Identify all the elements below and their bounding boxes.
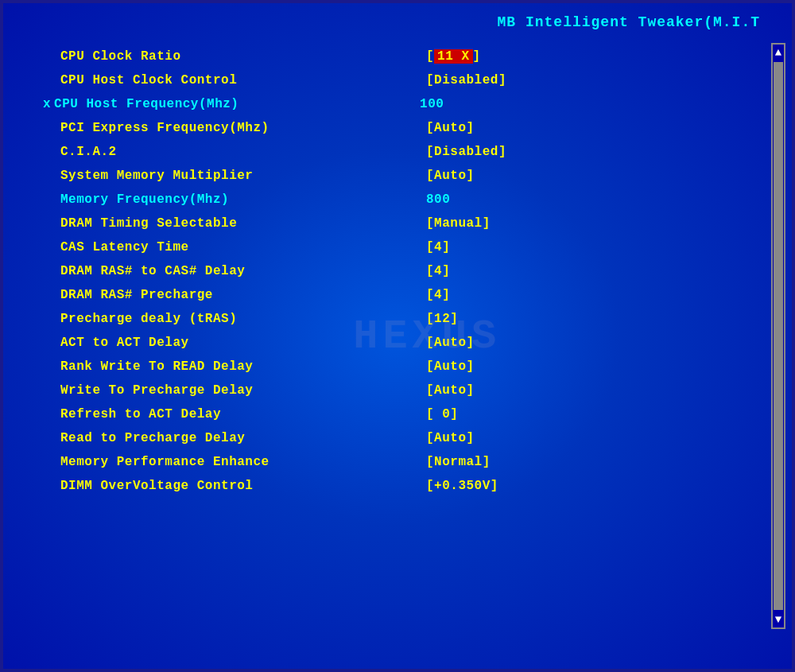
scrollbar[interactable]: ▲ ▼ <box>771 43 785 629</box>
bios-label-cpu-host-frequency: CPU Host Frequency(Mhz) <box>54 97 420 111</box>
bios-row-memory-frequency[interactable]: Memory Frequency(Mhz) 800 <box>43 188 792 212</box>
bios-value-act-to-act-delay: [Auto] <box>426 336 475 350</box>
bios-label-dimm-overvoltage-control: DIMM OverVoltage Control <box>60 479 426 493</box>
settings-list: CPU Clock Ratio [11 X] CPU Host Clock Co… <box>3 37 792 498</box>
bios-value-refresh-to-act-delay: [ 0] <box>426 407 458 421</box>
bios-value-precharge-delay-tras: [12] <box>426 312 458 326</box>
bios-label-dram-timing-selectable: DRAM Timing Selectable <box>60 216 426 231</box>
bios-value-memory-frequency: 800 <box>426 192 450 207</box>
bios-label-cpu-clock-ratio: CPU Clock Ratio <box>60 49 426 64</box>
bios-row-system-memory-multiplier[interactable]: System Memory Multiplier [Auto] <box>43 164 792 188</box>
bios-label-act-to-act-delay: ACT to ACT Delay <box>60 336 426 350</box>
bios-label-memory-performance-enhance: Memory Performance Enhance <box>60 455 426 469</box>
bios-row-read-to-precharge-delay[interactable]: Read to Precharge Delay [Auto] <box>43 426 792 450</box>
bios-row-cpu-host-clock-control[interactable]: CPU Host Clock Control [Disabled] <box>43 68 792 92</box>
scroll-up-arrow[interactable]: ▲ <box>774 45 783 60</box>
bios-value-memory-performance-enhance: [Normal] <box>426 455 491 469</box>
bios-label-pci-express-frequency: PCI Express Frequency(Mhz) <box>60 121 426 135</box>
bios-label-memory-frequency: Memory Frequency(Mhz) <box>60 192 426 207</box>
bios-row-dram-ras-to-cas-delay[interactable]: DRAM RAS# to CAS# Delay [4] <box>43 259 792 283</box>
bios-label-cpu-host-clock-control: CPU Host Clock Control <box>60 73 426 87</box>
bios-value-write-to-precharge-delay: [Auto] <box>426 383 475 398</box>
bios-row-cas-latency-time[interactable]: CAS Latency Time [4] <box>43 235 792 259</box>
header-title: MB Intelligent Tweaker(M.I.T <box>498 14 760 30</box>
page-title: MB Intelligent Tweaker(M.I.T <box>3 3 792 37</box>
bios-value-read-to-precharge-delay: [Auto] <box>426 431 475 445</box>
bios-value-dram-timing-selectable: [Manual] <box>426 216 491 231</box>
bios-label-precharge-delay-tras: Precharge dealy (tRAS) <box>60 312 426 326</box>
bios-row-act-to-act-delay[interactable]: ACT to ACT Delay [Auto] <box>43 331 792 355</box>
bios-label-dram-ras-precharge: DRAM RAS# Precharge <box>60 288 426 302</box>
bios-value-rank-write-to-read-delay: [Auto] <box>426 359 475 374</box>
scroll-down-arrow[interactable]: ▼ <box>774 612 783 627</box>
bios-screen: MB Intelligent Tweaker(M.I.T HEXUS CPU C… <box>0 0 795 672</box>
bios-row-rank-write-to-read-delay[interactable]: Rank Write To READ Delay [Auto] <box>43 355 792 379</box>
bios-value-cas-latency-time: [4] <box>426 240 450 254</box>
scroll-thumb[interactable] <box>774 62 783 610</box>
bios-row-dram-ras-precharge[interactable]: DRAM RAS# Precharge [4] <box>43 283 792 307</box>
highlighted-value: 11 X <box>434 49 472 64</box>
bios-label-read-to-precharge-delay: Read to Precharge Delay <box>60 431 426 445</box>
bios-row-pci-express-frequency[interactable]: PCI Express Frequency(Mhz) [Auto] <box>43 116 792 140</box>
bios-value-cpu-host-frequency: 100 <box>420 97 444 111</box>
bios-value-cpu-clock-ratio: [11 X] <box>426 49 481 64</box>
bios-value-system-memory-multiplier: [Auto] <box>426 169 475 183</box>
bios-row-dimm-overvoltage-control[interactable]: DIMM OverVoltage Control [+0.350V] <box>43 474 792 498</box>
bios-label-dram-ras-to-cas-delay: DRAM RAS# to CAS# Delay <box>60 264 426 278</box>
bios-value-dram-ras-to-cas-delay: [4] <box>426 264 450 278</box>
bios-label-refresh-to-act-delay: Refresh to ACT Delay <box>60 407 426 421</box>
bios-label-system-memory-multiplier: System Memory Multiplier <box>60 169 426 183</box>
disabled-prefix: x <box>43 97 51 111</box>
bios-label-cas-latency-time: CAS Latency Time <box>60 240 426 254</box>
bios-row-cpu-host-frequency[interactable]: x CPU Host Frequency(Mhz) 100 <box>43 92 792 116</box>
bios-value-cia2: [Disabled] <box>426 145 506 159</box>
bios-label-write-to-precharge-delay: Write To Precharge Delay <box>60 383 426 398</box>
bios-row-precharge-delay-tras[interactable]: Precharge dealy (tRAS) [12] <box>43 307 792 331</box>
bios-row-dram-timing-selectable[interactable]: DRAM Timing Selectable [Manual] <box>43 212 792 235</box>
bios-value-dimm-overvoltage-control: [+0.350V] <box>426 479 498 493</box>
bios-value-dram-ras-precharge: [4] <box>426 288 450 302</box>
bios-row-memory-performance-enhance[interactable]: Memory Performance Enhance [Normal] <box>43 450 792 474</box>
bios-value-pci-express-frequency: [Auto] <box>426 121 475 135</box>
bios-value-cpu-host-clock-control: [Disabled] <box>426 73 506 87</box>
bios-row-write-to-precharge-delay[interactable]: Write To Precharge Delay [Auto] <box>43 379 792 402</box>
bios-row-cpu-clock-ratio[interactable]: CPU Clock Ratio [11 X] <box>43 45 792 68</box>
bios-row-cia2[interactable]: C.I.A.2 [Disabled] <box>43 140 792 164</box>
bios-label-cia2: C.I.A.2 <box>60 145 426 159</box>
bios-label-rank-write-to-read-delay: Rank Write To READ Delay <box>60 359 426 374</box>
bios-row-refresh-to-act-delay[interactable]: Refresh to ACT Delay [ 0] <box>43 402 792 426</box>
